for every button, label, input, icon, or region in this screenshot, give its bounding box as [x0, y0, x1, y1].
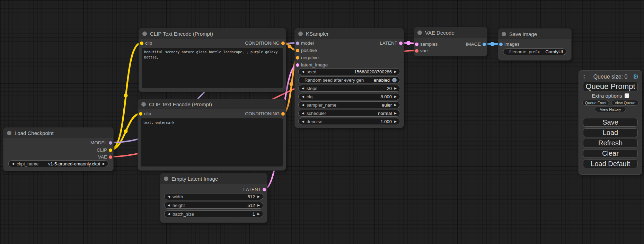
node-load-checkpoint[interactable]: Load Checkpoint MODEL CLIP VAE ◀ ckpt_na…: [3, 127, 114, 171]
decrement-arrow-icon[interactable]: ◀: [302, 93, 304, 100]
collapse-dot[interactable]: [417, 30, 422, 35]
input-slot-clip: clip: [138, 111, 151, 117]
node-clip-text-encode-negative[interactable]: CLIP Text Encode (Prompt) clip CONDITION…: [138, 99, 286, 171]
output-dot-conditioning[interactable]: [281, 112, 285, 116]
increment-arrow-icon[interactable]: ▶: [394, 110, 397, 117]
output-dot-conditioning[interactable]: [281, 42, 285, 45]
increment-arrow-icon[interactable]: ▶: [394, 101, 397, 108]
height-widget[interactable]: ◀ height 512 ▶: [164, 202, 263, 209]
gear-icon[interactable]: ⚙: [633, 73, 639, 81]
width-widget[interactable]: ◀ width 512 ▶: [164, 193, 263, 200]
output-dot-clip[interactable]: [109, 148, 112, 152]
collapse-dot[interactable]: [502, 32, 506, 36]
input-dot-samples[interactable]: [415, 43, 418, 46]
node-title: CLIP Text Encode (Prompt): [150, 31, 213, 37]
decrement-arrow-icon[interactable]: ◀: [302, 118, 304, 125]
decrement-arrow-icon[interactable]: ◀: [12, 160, 14, 167]
decrement-arrow-icon[interactable]: ◀: [302, 101, 304, 108]
node-clip-text-encode-positive[interactable]: CLIP Text Encode (Prompt) clip CONDITION…: [139, 28, 286, 92]
node-title-bar[interactable]: Load Checkpoint: [3, 128, 113, 138]
node-vae-decode[interactable]: VAE Decode samples IMAGE vae: [414, 27, 487, 56]
random-seed-toggle-widget[interactable]: Random seed after every gen enabled: [298, 76, 400, 83]
output-dot-image[interactable]: [483, 43, 486, 46]
increment-arrow-icon[interactable]: ▶: [103, 160, 105, 167]
slot-label: vae: [420, 48, 428, 53]
refresh-button[interactable]: Refresh: [583, 139, 638, 147]
input-slot-clip: clip: [139, 40, 152, 46]
increment-arrow-icon[interactable]: ▶: [394, 118, 397, 125]
output-dot-model[interactable]: [109, 141, 112, 145]
queue-prompt-button[interactable]: Queue Prompt: [583, 82, 638, 91]
collapse-dot[interactable]: [298, 31, 303, 36]
widget-value: ComfyUI: [545, 49, 563, 54]
toggle-circle[interactable]: [392, 78, 397, 82]
input-dot-model[interactable]: [296, 42, 299, 45]
scheduler-widget[interactable]: ◀ scheduler normal ▶: [298, 110, 400, 117]
node-empty-latent-image[interactable]: Empty Latent Image LATENT ◀ width 512 ▶ …: [160, 173, 267, 223]
node-graph-canvas[interactable]: Load Checkpoint MODEL CLIP VAE ◀ ckpt_na…: [0, 0, 644, 244]
link-midpoint-dot: [490, 42, 494, 46]
increment-arrow-icon[interactable]: ▶: [257, 202, 260, 209]
input-dot-clip[interactable]: [139, 112, 142, 116]
widget-label: steps: [307, 86, 385, 91]
filename-prefix-widget[interactable]: filename_prefix ComfyUI: [503, 48, 566, 55]
node-title-bar[interactable]: VAE Decode: [414, 27, 487, 38]
prompt-textarea[interactable]: text, watermark: [141, 118, 283, 166]
node-title-bar[interactable]: KSampler: [295, 28, 404, 39]
node-save-image[interactable]: Save Image images filename_prefix ComfyU…: [498, 28, 572, 61]
decrement-arrow-icon[interactable]: ◀: [168, 193, 170, 200]
decrement-arrow-icon[interactable]: ◀: [302, 68, 304, 75]
input-dot-clip[interactable]: [140, 42, 143, 45]
view-queue-button[interactable]: View Queue: [611, 100, 638, 106]
load-button[interactable]: Load: [583, 128, 638, 137]
widget-value: 1: [253, 211, 255, 217]
increment-arrow-icon[interactable]: ▶: [394, 93, 397, 100]
cfg-widget[interactable]: ◀ cfg 8.000 ▶: [298, 93, 400, 100]
decrement-arrow-icon[interactable]: ◀: [168, 202, 170, 209]
view-history-button[interactable]: View History: [595, 107, 626, 112]
input-dot-latent-image[interactable]: [296, 63, 299, 67]
collapse-dot[interactable]: [142, 31, 147, 36]
node-ksampler[interactable]: KSampler model LATENT positive negative …: [294, 28, 404, 128]
widget-value: normal: [378, 111, 392, 116]
node-title-bar[interactable]: Empty Latent Image: [160, 173, 267, 184]
clear-button[interactable]: Clear: [583, 149, 638, 158]
link-midpoint-dot: [124, 94, 128, 98]
sampler-name-widget[interactable]: ◀ sampler_name euler ▶: [298, 101, 400, 108]
input-dot-positive[interactable]: [296, 49, 299, 52]
collapse-dot[interactable]: [141, 102, 146, 107]
widget-label: height: [173, 203, 245, 208]
input-dot-images[interactable]: [499, 43, 503, 46]
decrement-arrow-icon[interactable]: ◀: [302, 85, 304, 92]
denoise-widget[interactable]: ◀ denoise 1.000 ▶: [298, 118, 400, 125]
seed-widget[interactable]: ◀ seed 156680208700286 ▶: [298, 68, 400, 75]
output-dot-latent[interactable]: [399, 42, 403, 45]
output-slot-model: MODEL: [90, 140, 113, 146]
queue-front-button[interactable]: Queue Front: [582, 100, 609, 106]
node-title-bar[interactable]: CLIP Text Encode (Prompt): [139, 28, 286, 39]
ckpt-name-widget[interactable]: ◀ ckpt_name v1-5-pruned-emaonly.ckpt ▶: [8, 160, 108, 167]
extra-options-checkbox[interactable]: [625, 93, 629, 98]
decrement-arrow-icon[interactable]: ◀: [302, 110, 304, 117]
output-dot-vae[interactable]: [109, 155, 112, 159]
increment-arrow-icon[interactable]: ▶: [257, 210, 260, 217]
decrement-arrow-icon[interactable]: ◀: [168, 210, 170, 217]
save-button[interactable]: Save: [583, 118, 638, 127]
widget-label: scheduler: [307, 111, 376, 116]
node-title-bar[interactable]: Save Image: [498, 29, 571, 39]
widget-label: ckpt_name: [17, 161, 46, 166]
increment-arrow-icon[interactable]: ▶: [394, 85, 397, 92]
batch-size-widget[interactable]: ◀ batch_size 1 ▶: [164, 210, 263, 217]
increment-arrow-icon[interactable]: ▶: [257, 193, 260, 200]
node-title-bar[interactable]: CLIP Text Encode (Prompt): [138, 99, 286, 109]
steps-widget[interactable]: ◀ steps 20 ▶: [298, 85, 400, 92]
increment-arrow-icon[interactable]: ▶: [394, 68, 397, 75]
collapse-dot[interactable]: [7, 131, 11, 135]
widget-value: v1-5-pruned-emaonly.ckpt: [48, 161, 100, 166]
prompt-textarea[interactable]: beautiful scenery nature glass bottle la…: [142, 48, 283, 88]
input-dot-negative[interactable]: [296, 56, 299, 60]
collapse-dot[interactable]: [164, 177, 168, 181]
input-dot-vae[interactable]: [415, 49, 418, 53]
load-default-button[interactable]: Load Default: [583, 160, 638, 168]
output-dot-latent[interactable]: [263, 188, 266, 191]
